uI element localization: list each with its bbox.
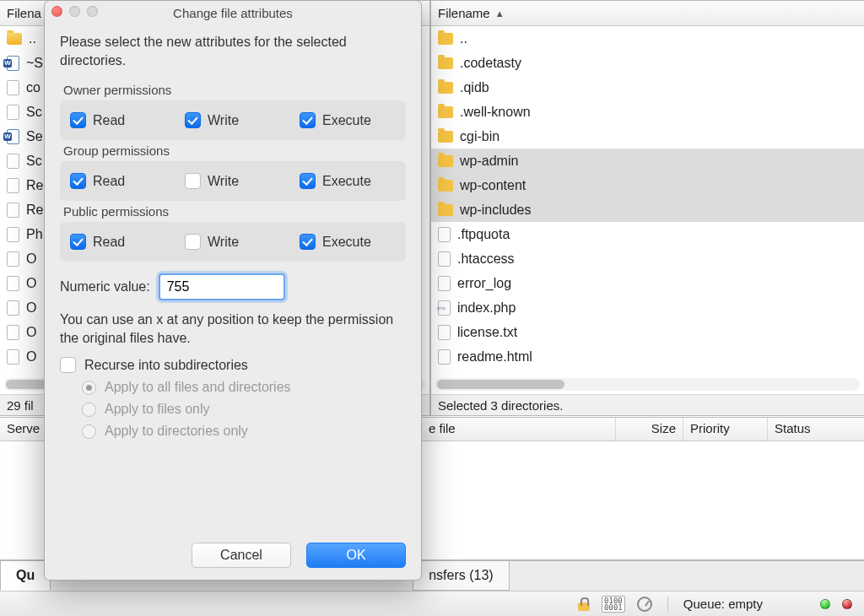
group-write-label: Write xyxy=(208,174,239,189)
owner-read-checkbox[interactable] xyxy=(70,112,86,128)
folder-icon xyxy=(438,33,453,45)
queue-status-label: Queue: empty xyxy=(683,597,763,611)
col-priority[interactable]: Priority xyxy=(683,418,768,440)
remote-scrollbar[interactable] xyxy=(435,378,860,391)
radio-apply-dirs-row: Apply to directories only xyxy=(82,424,406,439)
file-name: .htaccess xyxy=(457,251,515,267)
separator xyxy=(667,597,668,612)
file-row[interactable]: .htaccess xyxy=(431,246,864,271)
file-icon xyxy=(438,227,451,242)
owner-write-checkbox[interactable] xyxy=(185,112,201,128)
dialog-instruction: Please select the new attributes for the… xyxy=(60,33,406,69)
local-status-text: 29 fil xyxy=(7,398,34,413)
file-icon xyxy=(7,349,19,365)
group-write-wrap: Write xyxy=(185,173,278,189)
file-icon xyxy=(438,276,451,291)
activity-led-download xyxy=(820,599,830,609)
speed-gauge-icon[interactable] xyxy=(637,597,652,612)
file-name: Se xyxy=(26,129,43,144)
file-row[interactable]: .well-known xyxy=(431,100,864,124)
public-read-checkbox[interactable] xyxy=(70,234,86,250)
file-row[interactable]: wp-content xyxy=(431,173,864,197)
folder-icon xyxy=(7,33,22,45)
recurse-row: Recurse into subdirectories xyxy=(60,357,406,373)
group-read-checkbox[interactable] xyxy=(70,173,86,189)
file-row[interactable]: license.txt xyxy=(431,320,864,344)
group-read-wrap: Read xyxy=(70,173,163,189)
file-name: wp-content xyxy=(460,178,526,193)
public-write-checkbox[interactable] xyxy=(185,234,201,250)
public-read-wrap: Read xyxy=(70,234,163,250)
cancel-button[interactable]: Cancel xyxy=(192,543,291,568)
ok-button[interactable]: OK xyxy=(306,543,406,568)
public-write-label: Write xyxy=(208,235,239,250)
remote-files-pane: Filename ▲ ...codetasty.qidb.well-knownc… xyxy=(430,0,864,416)
lock-icon[interactable] xyxy=(578,597,590,611)
owner-permissions-title: Owner permissions xyxy=(60,79,406,100)
file-icon xyxy=(438,251,451,267)
word-doc-icon xyxy=(7,56,19,71)
file-name: O xyxy=(26,251,36,267)
word-doc-icon xyxy=(7,129,19,144)
remote-column-header[interactable]: Filename ▲ xyxy=(431,1,864,26)
file-row[interactable]: .codetasty xyxy=(431,51,864,75)
owner-execute-label: Execute xyxy=(322,113,371,128)
file-row[interactable]: .qidb xyxy=(431,75,864,100)
file-name: Ph xyxy=(26,227,43,242)
file-row[interactable]: .. xyxy=(431,26,864,51)
file-row[interactable]: wp-admin xyxy=(431,149,864,173)
remote-file-list[interactable]: ...codetasty.qidb.well-knowncgi-binwp-ad… xyxy=(431,26,864,394)
col-remote-file[interactable]: e file xyxy=(422,418,616,440)
numeric-value-input[interactable] xyxy=(159,273,285,300)
dialog-titlebar[interactable]: Change file attributes xyxy=(45,1,421,24)
folder-icon xyxy=(438,131,453,143)
file-icon xyxy=(7,325,19,340)
file-name: O xyxy=(26,349,36,365)
minimize-window-button[interactable] xyxy=(69,6,80,17)
owner-read-label: Read xyxy=(93,113,125,128)
app-window: Filena ..~ScoScSeScReRePhOOOOO 29 fil Fi… xyxy=(0,0,864,616)
numeric-value-row: Numeric value: xyxy=(60,273,406,300)
radio-apply-dirs-label: Apply to directories only xyxy=(105,424,248,439)
recurse-checkbox[interactable] xyxy=(60,357,76,373)
file-icon xyxy=(438,325,451,340)
file-row[interactable]: wp-includes xyxy=(431,197,864,222)
file-icon xyxy=(7,251,19,267)
file-row[interactable]: cgi-bin xyxy=(431,124,864,149)
group-read-label: Read xyxy=(93,174,125,189)
folder-icon xyxy=(438,155,453,167)
numeric-value-label: Numeric value: xyxy=(60,279,150,294)
owner-read-wrap: Read xyxy=(70,112,163,128)
folder-icon xyxy=(438,180,453,192)
remote-scrollbar-thumb[interactable] xyxy=(437,380,564,389)
file-name: .. xyxy=(29,31,36,46)
file-row[interactable]: index.php xyxy=(431,295,864,320)
file-name: ~S xyxy=(26,56,43,71)
public-write-wrap: Write xyxy=(185,234,278,250)
public-execute-checkbox[interactable] xyxy=(300,234,316,250)
zoom-window-button[interactable] xyxy=(87,6,98,17)
file-name: wp-includes xyxy=(460,203,531,218)
col-status[interactable]: Status xyxy=(768,418,864,440)
file-icon xyxy=(7,80,19,95)
folder-icon xyxy=(438,204,453,216)
binary-icon[interactable]: 01000001 xyxy=(602,596,625,613)
group-write-checkbox[interactable] xyxy=(185,173,201,189)
tab-failed-transfers[interactable]: nsfers (13) xyxy=(413,561,509,591)
close-window-button[interactable] xyxy=(51,6,62,17)
owner-write-wrap: Write xyxy=(185,112,278,128)
group-execute-checkbox[interactable] xyxy=(300,173,316,189)
file-row[interactable]: error_log xyxy=(431,271,864,295)
file-row[interactable]: .ftpquota xyxy=(431,222,864,246)
col-size[interactable]: Size xyxy=(616,418,683,440)
radio-apply-dirs xyxy=(82,424,96,439)
group-execute-label: Execute xyxy=(322,174,371,189)
group-permissions-title: Group permissions xyxy=(60,140,406,161)
public-execute-label: Execute xyxy=(322,235,371,250)
dialog-title: Change file attributes xyxy=(173,6,293,20)
radio-apply-all xyxy=(82,381,96,395)
owner-execute-wrap: Execute xyxy=(300,112,392,128)
file-row[interactable]: readme.html xyxy=(431,344,864,369)
owner-write-label: Write xyxy=(208,113,239,128)
owner-execute-checkbox[interactable] xyxy=(300,112,316,128)
